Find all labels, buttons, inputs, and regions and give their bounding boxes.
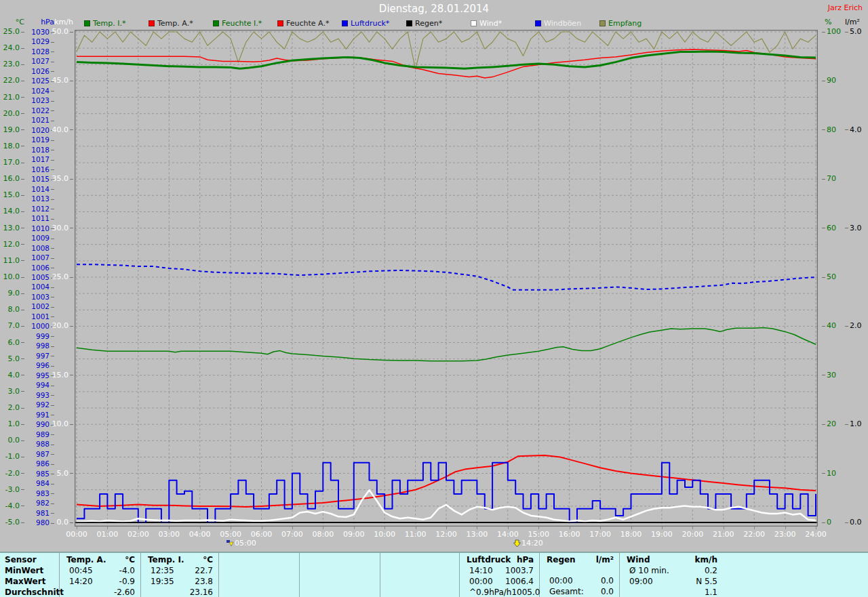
table-row	[300, 586, 380, 597]
table-cell-value: 0.0	[601, 575, 614, 586]
axis-hpa-tick-label: 1029	[28, 37, 54, 45]
table-row	[540, 565, 619, 575]
axis-kmh-tick-label: 45.0	[50, 77, 73, 85]
table-row-label: Sensor	[0, 554, 59, 565]
axis-hpa-tick-label: 1014	[28, 185, 54, 193]
x-axis-label: 19:00	[647, 530, 677, 539]
table-column-header: Temp. I.	[148, 554, 184, 565]
axis-hpa-tick-label: 987	[28, 450, 54, 458]
table-cell-time: 12:35	[151, 565, 174, 576]
legend-item-windb-en[interactable]: Windböen	[535, 19, 599, 28]
table-row-label: MaxWert	[0, 576, 59, 587]
x-axis-tick	[785, 527, 786, 529]
axis-hpa-tick-label: 1018	[28, 146, 54, 154]
axis-temp_c-tick-label: 5.0	[0, 355, 24, 363]
axis-hpa-tick-label: 982	[28, 499, 54, 507]
legend-item-feuchte-i-[interactable]: Feuchte I.*	[213, 19, 277, 28]
table-row	[380, 586, 459, 597]
axis-hpa-tick-label: 1011	[28, 214, 54, 222]
table-cell-value: 1.1	[705, 587, 717, 597]
table-column-header: Luftdruck	[467, 554, 511, 565]
legend-item-luftdruck-[interactable]: Luftdruck*	[342, 19, 406, 28]
axis-hpa-tick-label: 1019	[28, 136, 54, 144]
x-axis-label: 03:00	[154, 530, 184, 539]
axis-temp_c-tick-label: -1.0	[0, 453, 24, 461]
table-row: 12:3522.7	[141, 565, 218, 576]
table-row	[219, 586, 299, 597]
x-axis-label: 15:00	[524, 530, 553, 539]
axis-hpa-tick-label: 1027	[28, 57, 54, 65]
table-row: 09:00N 5.5	[620, 576, 723, 587]
legend-item-temp-i-[interactable]: Temp. I.*	[84, 19, 149, 28]
page-title: Dienstag, 28.01.2014	[0, 3, 868, 15]
x-axis-label: 17:00	[585, 530, 615, 539]
x-axis-tick	[631, 527, 632, 529]
x-axis-label: 11:00	[401, 530, 431, 539]
axis-temp_c-tick-label: 8.0	[0, 306, 24, 314]
table-column-empty	[380, 553, 460, 597]
axis-hpa-tick-label: 1008	[28, 244, 54, 252]
table-cell-time: 00:00	[469, 576, 493, 587]
axis-percent-tick-label: 10	[822, 470, 845, 478]
x-axis-tick	[292, 527, 293, 529]
axis-lm2-tick-label: 1.0	[845, 420, 868, 428]
table-cell-value: -0.9	[119, 576, 135, 587]
table-column-unit: l/m²	[596, 554, 614, 565]
table-row: Gesamt:0.0	[540, 586, 619, 597]
axis-temp_c-tick-label: -5.0	[0, 518, 24, 527]
legend-swatch-icon	[149, 20, 155, 26]
table-row-label: MinWert	[0, 565, 59, 576]
axis-lm2-tick-label: 0.0	[845, 518, 868, 527]
axis-percent-tick-label: 60	[822, 224, 845, 232]
legend-label: Wind*	[479, 19, 502, 28]
axis-hpa-tick-label: 1009	[28, 234, 54, 242]
axis-hpa-tick-label: 1017	[28, 155, 54, 163]
x-axis-tick	[169, 527, 170, 529]
axis-temp_c-tick-label: 12.0	[0, 241, 24, 249]
table-row	[219, 576, 299, 587]
axis-percent-tick-label: 50	[822, 273, 845, 281]
table-column-unit: hPa	[517, 554, 534, 565]
axis-temp_c-tick-label: 14.0	[0, 207, 24, 215]
axis-temp_c-tick-label: 7.0	[0, 322, 24, 330]
chart-plot-area[interactable]	[75, 30, 818, 527]
table-cell-time: 14:20	[69, 576, 93, 587]
table-column-wind: Windkm/hØ 10 min.0.209:00N 5.51.1	[620, 553, 868, 597]
axis-temp_c-tick-label: 19.0	[0, 126, 24, 134]
legend-label: Temp. A.*	[157, 19, 193, 28]
legend-item-temp-a-[interactable]: Temp. A.*	[149, 19, 213, 28]
legend-item-feuchte-a-[interactable]: Feuchte A.*	[277, 19, 342, 28]
table-row: Ø 10 min.0.2	[620, 565, 723, 576]
axis-percent-tick-label: 100	[822, 28, 845, 36]
axis-lm2-tick-label: 3.0	[845, 224, 868, 232]
axis-percent-tick-label: 40	[822, 322, 845, 330]
table-column-header: Regen	[547, 554, 576, 565]
legend-item-wind-[interactable]: Wind*	[471, 19, 535, 28]
table-row: 00:001006.4	[460, 576, 539, 587]
legend-item-regen-[interactable]: Regen*	[406, 19, 471, 28]
event-marker-time: 14:20	[521, 539, 543, 548]
x-axis-label: 02:00	[123, 530, 153, 539]
x-axis-label: 21:00	[709, 530, 738, 539]
table-cell-time: Ø 10 min.	[629, 565, 669, 576]
x-axis-tick	[692, 527, 693, 529]
legend-label: Regen*	[415, 19, 442, 28]
legend-label: Luftdruck*	[351, 19, 389, 28]
table-row: 00:45-4.0	[60, 565, 140, 576]
axis-temp_c-tick-label: -3.0	[0, 486, 24, 494]
table-cell-time: 09:00	[629, 576, 653, 587]
weather-app-window: Dienstag, 28.01.2014 Jarz Erich Temp. I.…	[0, 0, 868, 597]
axis-hpa-tick-label: 984	[28, 479, 54, 487]
legend-swatch-icon	[535, 20, 541, 26]
table-row: ^0.9hPa/h1005.0	[460, 587, 539, 597]
x-axis-tick	[354, 527, 355, 529]
axis-temp_c-tick-label: 18.0	[0, 142, 24, 150]
legend-item-empfang[interactable]: Empfang	[599, 19, 664, 28]
legend-swatch-icon	[213, 20, 219, 26]
table-row	[300, 565, 380, 576]
axis-percent-tick-label: 70	[822, 175, 845, 183]
axis-temp_c-tick-label: 0.0	[0, 436, 24, 445]
x-axis-label: 24:00	[801, 530, 831, 539]
axis-hpa-tick-label: 1013	[28, 194, 54, 203]
x-axis-tick	[323, 527, 323, 529]
